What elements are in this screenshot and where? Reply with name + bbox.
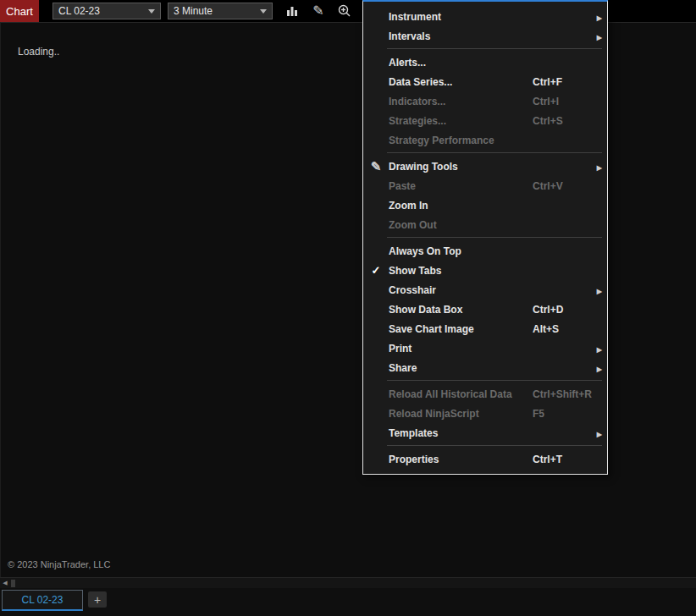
menu-item-drawing-tools[interactable]: ✎ Drawing Tools (363, 157, 607, 176)
menu-separator (363, 150, 607, 157)
menu-item-data-series[interactable]: Data Series... Ctrl+F (363, 72, 607, 91)
menu-item-alerts[interactable]: Alerts... (363, 52, 607, 72)
menu-item-share[interactable]: Share (363, 358, 607, 377)
menu-item-label: Strategies... (389, 115, 533, 127)
menu-item-crosshair[interactable]: Crosshair (363, 280, 607, 300)
bottom-tab-bar: CL 02-23 + (0, 588, 696, 616)
submenu-arrow-icon (592, 30, 604, 42)
menu-item-reload-all-historical-data: Reload All Historical Data Ctrl+Shift+R (363, 384, 607, 404)
submenu-arrow-icon (592, 427, 604, 439)
menu-item-save-chart-image[interactable]: Save Chart Image Alt+S (363, 319, 607, 338)
pencil-icon: ✎ (363, 160, 389, 173)
submenu-arrow-icon (592, 343, 604, 355)
interval-value: 3 Minute (174, 5, 260, 17)
checkmark-icon (363, 264, 389, 277)
menu-item-label: Zoom In (389, 200, 533, 212)
submenu-arrow-icon (592, 161, 604, 173)
menu-item-properties[interactable]: Properties Ctrl+T (363, 449, 607, 469)
menu-item-label: Zoom Out (389, 219, 533, 231)
add-tab-button[interactable]: + (88, 591, 107, 608)
tab-cl-02-23[interactable]: CL 02-23 (2, 590, 83, 611)
scroll-left-icon[interactable] (0, 579, 10, 588)
menu-item-label: Strategy Performance (389, 135, 533, 146)
menu-item-shortcut: Ctrl+D (533, 304, 592, 316)
scrollbar-thumb[interactable] (11, 580, 15, 587)
menu-item-zoom-in[interactable]: Zoom In (363, 195, 607, 215)
menu-item-shortcut: Ctrl+I (533, 96, 592, 107)
menu-item-indicators: Indicators... Ctrl+I (363, 91, 607, 111)
menu-item-strategies: Strategies... Ctrl+S (363, 111, 607, 130)
menu-separator (363, 234, 607, 241)
menu-item-label: Drawing Tools (389, 161, 533, 173)
menu-item-label: Share (389, 362, 533, 374)
menu-item-shortcut: F5 (533, 408, 592, 420)
menu-separator (363, 46, 607, 52)
chart-context-menu: Instrument Intervals Alerts... Data Seri… (362, 0, 608, 475)
menu-item-label: Templates (389, 427, 533, 439)
menu-item-strategy-performance: Strategy Performance (363, 130, 607, 150)
menu-item-shortcut: Ctrl+V (533, 180, 592, 192)
menu-item-show-data-box[interactable]: Show Data Box Ctrl+D (363, 300, 607, 319)
loading-text: Loading.. (18, 46, 59, 58)
menu-item-label: Print (389, 343, 533, 355)
menu-item-shortcut: Ctrl+Shift+R (533, 388, 592, 400)
menu-item-label: Show Data Box (389, 304, 533, 316)
menu-item-instrument[interactable]: Instrument (363, 7, 607, 26)
menu-item-print[interactable]: Print (363, 338, 607, 358)
instrument-selector[interactable]: CL 02-23 (52, 3, 161, 19)
menu-item-reload-ninjascript: Reload NinjaScript F5 (363, 404, 607, 423)
submenu-arrow-icon (592, 284, 604, 296)
menu-item-shortcut: Ctrl+T (533, 454, 592, 465)
menu-item-shortcut: Ctrl+F (533, 76, 592, 88)
menu-item-label: Intervals (389, 30, 533, 42)
drawing-tools-icon[interactable]: ✎ (309, 2, 328, 20)
menu-item-label: Indicators... (389, 96, 533, 107)
menu-item-intervals[interactable]: Intervals (363, 26, 607, 46)
bar-type-icon[interactable] (283, 2, 301, 20)
chevron-down-icon (148, 9, 155, 14)
menu-separator (363, 377, 607, 384)
horizontal-scrollbar[interactable] (0, 577, 696, 588)
menu-item-label: Show Tabs (389, 265, 533, 277)
menu-item-shortcut: Ctrl+S (533, 115, 592, 127)
menu-item-label: Instrument (389, 11, 533, 23)
zoom-in-icon[interactable] (335, 2, 354, 20)
menu-item-label: Paste (389, 180, 533, 192)
menu-separator (363, 443, 607, 449)
menu-item-label: Data Series... (389, 76, 533, 88)
menu-item-label: Reload NinjaScript (389, 408, 533, 420)
instrument-value: CL 02-23 (58, 5, 148, 17)
menu-item-label: Save Chart Image (389, 323, 533, 335)
submenu-arrow-icon (592, 362, 604, 374)
submenu-arrow-icon (592, 11, 604, 23)
menu-item-always-on-top[interactable]: Always On Top (363, 241, 607, 261)
menu-item-label: Properties (389, 454, 533, 465)
copyright-text: © 2023 NinjaTrader, LLC (8, 559, 110, 569)
menu-item-zoom-out: Zoom Out (363, 215, 607, 234)
pencil-icon: ✎ (312, 4, 323, 18)
interval-selector[interactable]: 3 Minute (168, 3, 273, 19)
window-title-tab[interactable]: Chart (0, 0, 39, 22)
menu-item-label: Always On Top (389, 245, 533, 257)
menu-item-label: Crosshair (389, 284, 533, 296)
menu-item-templates[interactable]: Templates (363, 423, 607, 443)
menu-item-paste: Paste Ctrl+V (363, 176, 607, 195)
menu-item-shortcut: Alt+S (533, 323, 592, 335)
menu-item-label: Alerts... (389, 57, 533, 69)
chevron-down-icon (260, 9, 267, 14)
menu-item-show-tabs[interactable]: Show Tabs (363, 261, 607, 280)
menu-item-label: Reload All Historical Data (389, 388, 533, 400)
